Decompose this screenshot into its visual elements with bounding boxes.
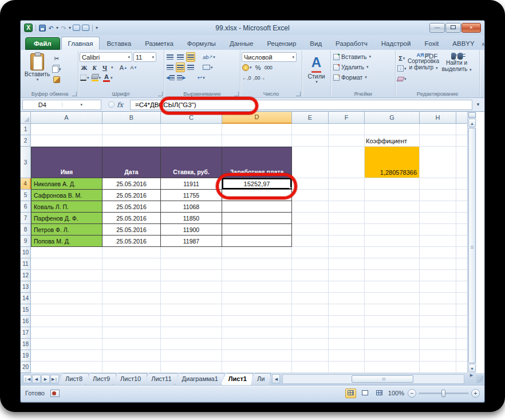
cell-G2[interactable]: Коэффициент bbox=[365, 135, 420, 147]
cell-A4[interactable]: Николаев А. Д. bbox=[31, 178, 102, 190]
cell-I1[interactable] bbox=[456, 124, 468, 135]
grow-font-button[interactable]: А▲ bbox=[119, 62, 128, 72]
cell-C4[interactable]: 11911 bbox=[161, 178, 222, 190]
expand-formula-bar-icon[interactable]: ▼ bbox=[474, 100, 483, 110]
cell-F19[interactable] bbox=[329, 350, 365, 362]
cell-D20[interactable] bbox=[222, 362, 292, 373]
cell-F3[interactable] bbox=[329, 147, 365, 178]
cell-F11[interactable] bbox=[329, 258, 365, 270]
tab-scroll-left-icon[interactable]: ◀ bbox=[272, 374, 280, 383]
row-header-3[interactable]: 3 bbox=[21, 147, 31, 178]
cell-H18[interactable] bbox=[420, 339, 456, 350]
collapse-ribbon-icon[interactable]: ∧ bbox=[481, 41, 485, 47]
comma-style-button[interactable]: 000 bbox=[264, 62, 273, 72]
cell-A14[interactable] bbox=[31, 293, 102, 304]
zoom-level[interactable]: 100% bbox=[388, 390, 404, 397]
format-cells-button[interactable]: Формат▾ bbox=[333, 72, 394, 83]
cell-D19[interactable] bbox=[222, 350, 292, 362]
cell-I20[interactable] bbox=[456, 362, 468, 373]
cell-C1[interactable] bbox=[161, 124, 222, 135]
cell-I7[interactable] bbox=[456, 213, 468, 224]
cell-D12[interactable] bbox=[222, 270, 292, 281]
close-button[interactable]: × bbox=[461, 23, 481, 33]
cell-I15[interactable] bbox=[456, 304, 468, 316]
cell-A11[interactable] bbox=[31, 258, 102, 270]
font-color-button[interactable]: А▾ bbox=[102, 73, 113, 83]
find-select-button[interactable]: Найти и выделить ▾ bbox=[440, 52, 474, 89]
cell-B15[interactable] bbox=[102, 304, 161, 316]
cell-I3[interactable] bbox=[456, 147, 468, 178]
cell-I19[interactable] bbox=[456, 350, 468, 362]
zoom-track[interactable] bbox=[419, 392, 469, 394]
autosum-button[interactable]: Σ▾ bbox=[397, 53, 407, 63]
cell-D8[interactable] bbox=[222, 224, 292, 235]
cell-I2[interactable] bbox=[456, 135, 468, 147]
cell-H1[interactable] bbox=[420, 124, 456, 135]
name-box[interactable]: D4▾ bbox=[22, 100, 101, 110]
horizontal-scroll-thumb[interactable] bbox=[352, 375, 413, 383]
cell-F16[interactable] bbox=[329, 316, 365, 327]
cell-B1[interactable] bbox=[102, 124, 161, 135]
cell-E6[interactable] bbox=[292, 201, 329, 213]
cell-C17[interactable] bbox=[161, 327, 222, 339]
cell-H17[interactable] bbox=[420, 327, 456, 339]
minimize-button[interactable]: — bbox=[429, 23, 445, 33]
sheet-tab-Лист9[interactable]: Лист9 bbox=[85, 373, 116, 385]
cell-H8[interactable] bbox=[420, 224, 456, 235]
font-dialog-launcher-icon[interactable] bbox=[158, 92, 163, 96]
cell-C8[interactable]: 11900 bbox=[161, 224, 222, 235]
cell-B18[interactable] bbox=[102, 339, 161, 350]
cell-G10[interactable] bbox=[365, 247, 420, 258]
styles-button[interactable]: Стили▾ bbox=[307, 73, 325, 84]
cell-I6[interactable] bbox=[456, 201, 468, 213]
row-header-14[interactable]: 14 bbox=[21, 293, 31, 304]
cell-A19[interactable] bbox=[31, 350, 102, 362]
cell-F15[interactable] bbox=[329, 304, 365, 316]
cell-G5[interactable] bbox=[365, 190, 420, 201]
cell-I10[interactable] bbox=[456, 247, 468, 258]
align-bottom-button[interactable] bbox=[186, 52, 195, 62]
resize-grip[interactable] bbox=[476, 375, 483, 383]
save-icon[interactable] bbox=[39, 25, 46, 32]
formula-options-icon[interactable] bbox=[108, 101, 115, 108]
horizontal-scrollbar[interactable] bbox=[282, 374, 464, 384]
cell-A5[interactable]: Сафронова В. М. bbox=[31, 190, 102, 201]
cell-E18[interactable] bbox=[292, 339, 329, 350]
cell-E20[interactable] bbox=[292, 362, 329, 373]
cell-G9[interactable] bbox=[365, 235, 420, 247]
font-size-combo[interactable]: 11▾ bbox=[133, 52, 156, 62]
cell-I8[interactable] bbox=[456, 224, 468, 235]
row-header-12[interactable]: 12 bbox=[21, 270, 31, 281]
cell-H11[interactable] bbox=[420, 258, 456, 270]
cell-E12[interactable] bbox=[292, 270, 329, 281]
zoom-in-icon[interactable]: + bbox=[471, 389, 480, 398]
cell-B5[interactable]: 25.05.2016 bbox=[102, 190, 161, 201]
cell-F18[interactable] bbox=[329, 339, 365, 350]
cell-A13[interactable] bbox=[31, 281, 102, 293]
macro-record-icon[interactable] bbox=[50, 390, 60, 397]
row-header-2[interactable]: 2 bbox=[21, 135, 31, 147]
cell-H14[interactable] bbox=[420, 293, 456, 304]
cell-B11[interactable] bbox=[102, 258, 161, 270]
tab-Надстрой[interactable]: Надстрой bbox=[374, 37, 418, 50]
insert-function-icon[interactable]: fx bbox=[117, 101, 123, 109]
cell-C20[interactable] bbox=[161, 362, 222, 373]
page-layout-view-button[interactable] bbox=[360, 388, 370, 398]
cell-H2[interactable] bbox=[420, 135, 456, 147]
cell-G3[interactable]: 1,280578366 bbox=[365, 147, 420, 178]
cell-H7[interactable] bbox=[420, 213, 456, 224]
cell-A8[interactable]: Петров Ф. Л. bbox=[31, 224, 102, 235]
tab-Foxit PDF[interactable]: Foxit PDF bbox=[417, 37, 445, 50]
cell-C11[interactable] bbox=[161, 258, 222, 270]
cell-B10[interactable] bbox=[102, 247, 161, 258]
cell-B16[interactable] bbox=[102, 316, 161, 327]
cell-E8[interactable] bbox=[292, 224, 329, 235]
split-box[interactable] bbox=[468, 112, 476, 118]
cell-A10[interactable] bbox=[31, 247, 102, 258]
cell-A20[interactable] bbox=[31, 362, 102, 373]
row-header-16[interactable]: 16 bbox=[21, 316, 31, 327]
cell-F14[interactable] bbox=[329, 293, 365, 304]
row-header-4[interactable]: 4 bbox=[21, 178, 31, 190]
cell-E1[interactable] bbox=[292, 124, 329, 135]
cell-E10[interactable] bbox=[292, 247, 329, 258]
